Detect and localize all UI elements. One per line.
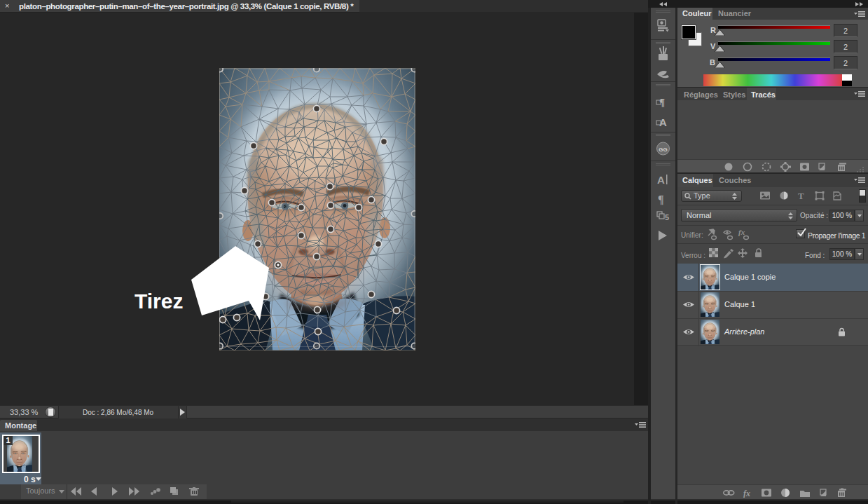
svg-text:T: T <box>798 191 804 201</box>
svg-text:A: A <box>657 174 665 186</box>
svg-text:fx: fx <box>738 229 745 236</box>
svg-text:fx: fx <box>743 489 750 498</box>
svg-text:¶: ¶ <box>659 97 665 108</box>
svg-text:¶: ¶ <box>658 193 664 205</box>
svg-text:5: 5 <box>665 213 669 222</box>
svg-text:GG: GG <box>659 147 667 153</box>
